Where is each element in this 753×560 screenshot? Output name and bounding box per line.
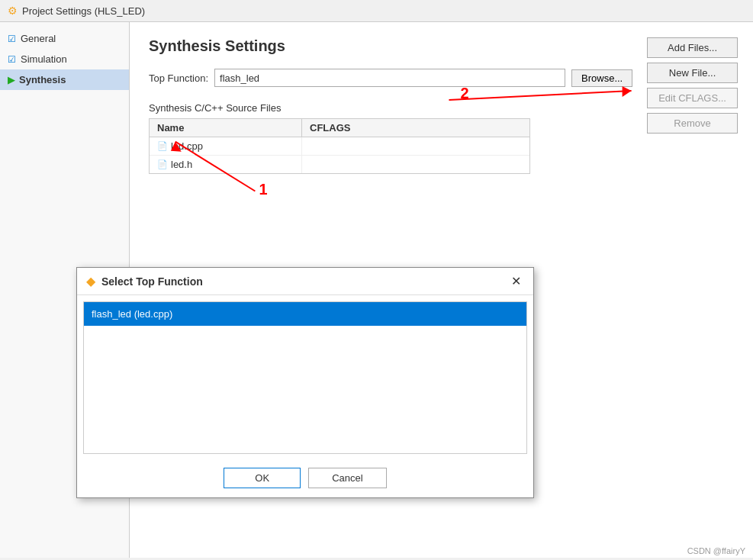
- table-row: 📄 led.h: [150, 156, 529, 173]
- sidebar-item-general[interactable]: ☑ General: [0, 28, 129, 49]
- dialog-buttons: OK Cancel: [77, 460, 533, 497]
- right-buttons: Add Files... New File... Edit CFLAGS... …: [647, 37, 738, 134]
- sidebar-item-simulation[interactable]: ☑ Simulation: [0, 49, 129, 69]
- dialog-title-icon: ◆: [86, 274, 95, 288]
- dialog-close-button[interactable]: ✕: [508, 274, 524, 288]
- section-title: Synthesis Settings: [149, 37, 734, 55]
- watermark: CSDN @ffairyY: [687, 546, 745, 555]
- table-header: Name CFLAGS: [150, 119, 529, 137]
- svg-text:2: 2: [460, 85, 468, 101]
- sidebar-item-simulation-label: Simulation: [21, 53, 67, 65]
- table-header-name: Name: [150, 119, 302, 137]
- table-row: 📄 led.cpp: [150, 137, 529, 156]
- table-cell-cflags-0: [302, 137, 529, 155]
- table-cell-name-1: 📄 led.h: [150, 156, 302, 173]
- source-files-table: Name CFLAGS 📄 led.cpp 📄 led.h: [149, 118, 530, 174]
- svg-text:1: 1: [259, 181, 267, 198]
- top-function-row: Top Function: Browse...: [149, 69, 734, 87]
- top-function-label: Top Function:: [149, 72, 208, 84]
- svg-marker-4: [623, 86, 632, 97]
- table-header-cflags: CFLAGS: [302, 119, 529, 137]
- select-top-function-dialog: ◆ Select Top Function ✕ flash_led (led.c…: [76, 267, 534, 498]
- table-cell-cflags-1: [302, 156, 529, 173]
- add-files-button[interactable]: Add Files...: [647, 37, 738, 58]
- dialog-list-item-label: flash_led (led.cpp): [92, 308, 172, 320]
- new-file-button[interactable]: New File...: [647, 63, 738, 83]
- edit-cflags-button[interactable]: Edit CFLAGS...: [647, 88, 738, 108]
- dialog-ok-button[interactable]: OK: [224, 468, 301, 488]
- dialog-list[interactable]: flash_led (led.cpp): [83, 301, 527, 454]
- sidebar-item-synthesis[interactable]: ▶ Synthesis: [0, 69, 129, 90]
- simulation-checkbox-icon: ☑: [8, 54, 16, 65]
- file-name-1: led.h: [171, 159, 192, 170]
- svg-line-3: [449, 91, 631, 100]
- sidebar-item-synthesis-label: Synthesis: [19, 74, 66, 85]
- top-function-input[interactable]: [214, 69, 565, 87]
- title-bar-text: Project Settings (HLS_LED): [22, 5, 145, 17]
- source-files-section: Synthesis C/C++ Source Files Name CFLAGS…: [149, 102, 734, 174]
- dialog-list-item[interactable]: flash_led (led.cpp): [84, 302, 526, 326]
- dialog-titlebar: ◆ Select Top Function ✕: [77, 268, 533, 295]
- source-files-title: Synthesis C/C++ Source Files: [149, 102, 734, 114]
- file-name-0: led.cpp: [171, 140, 203, 152]
- browse-button[interactable]: Browse...: [571, 69, 632, 87]
- dialog-cancel-button[interactable]: Cancel: [308, 468, 386, 488]
- title-bar: ⚙ Project Settings (HLS_LED): [0, 0, 753, 22]
- remove-button[interactable]: Remove: [647, 113, 738, 134]
- synthesis-play-icon: ▶: [8, 75, 14, 85]
- dialog-title-text: Select Top Function: [101, 275, 508, 288]
- file-icon-h: 📄: [157, 159, 168, 169]
- general-checkbox-icon: ☑: [8, 34, 16, 44]
- titlebar-icon: ⚙: [8, 5, 18, 17]
- sidebar-item-general-label: General: [21, 33, 56, 44]
- file-icon-cpp: 📄: [157, 141, 168, 151]
- table-cell-name-0: 📄 led.cpp: [150, 137, 302, 155]
